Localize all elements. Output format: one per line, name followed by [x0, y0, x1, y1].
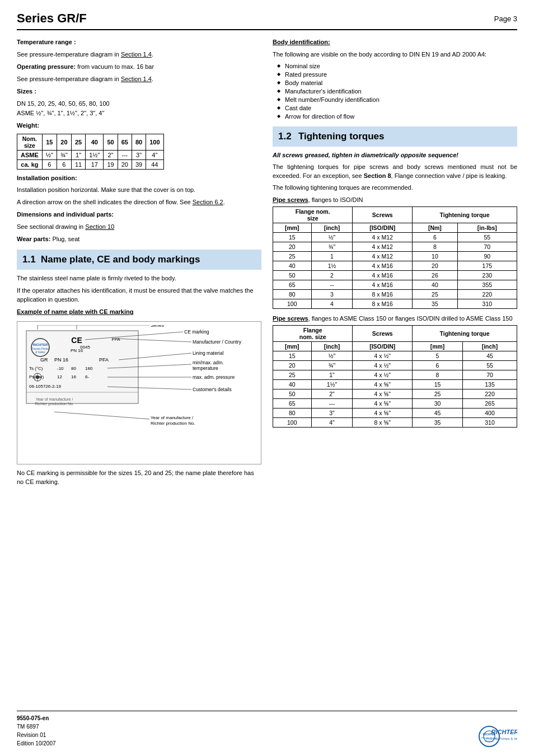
t1-cell-7-2: 8 x M16: [353, 299, 413, 308]
svg-text:max. adm. pressure: max. adm. pressure: [193, 374, 235, 380]
svg-text:06-105726-2-19: 06-105726-2-19: [29, 384, 61, 389]
weight-table: Nom.size 15 20 25 40 50 65 80 100 ASME ½…: [17, 134, 164, 170]
t1-cell-3-2: 4 x M16: [353, 261, 413, 270]
t2-cell-3-1: 1½": [311, 379, 353, 389]
t1-cell-1-3: 8: [413, 242, 458, 251]
dimensions-link[interactable]: Section 10: [85, 223, 114, 230]
wt-row2-6: 20: [118, 159, 132, 169]
t2-cell-4-2: 4 x ⅝": [353, 389, 413, 398]
nameplate-text1: The stainless steel name plate is firmly…: [17, 274, 261, 283]
t2-cell-2-0: 25: [273, 370, 312, 379]
op-pressure-text2: See pressure-temperature diagram in Sect…: [17, 75, 261, 84]
right-column: Body identification: The following are v…: [273, 38, 517, 490]
t2-cell-1-0: 20: [273, 360, 312, 370]
footer-right: RICHTER Process Pumps & Valves RICHTER P…: [478, 725, 517, 748]
t1-sh-nm: [Nm]: [413, 223, 458, 232]
sizes-asme: ASME ½", ¾", 1", 1½", 2", 3", 4": [17, 109, 261, 118]
wt-row2-label: ca. kg: [17, 159, 43, 169]
svg-text:PFA: PFA: [99, 357, 109, 363]
body-id-heading: Body identification:: [273, 38, 517, 47]
t2-cell-6-3: 45: [413, 408, 463, 417]
t2-h-flange: Flangenom. size: [273, 325, 353, 341]
section-1-1-title: 1.1 Name plate, CE and body markings: [22, 254, 256, 265]
temp-range-heading: Temperature range :: [17, 38, 261, 47]
table-row: 20¾"4 x ½"655: [273, 360, 517, 370]
svg-text:RICHTER: RICHTER: [33, 343, 48, 346]
body-id-item-2: Body material: [277, 79, 517, 86]
install-text1: Installation position horizontal. Make s…: [17, 186, 261, 195]
tighten-text1: The tightening torques for pipe screws a…: [273, 163, 517, 181]
t2-h-torque: Tightening torque: [413, 325, 517, 341]
dimensions-heading: Dimensions and individual parts:: [17, 210, 261, 219]
install-link[interactable]: Section 6.2: [193, 199, 223, 205]
install-heading: Installation position:: [17, 174, 261, 183]
t1-cell-3-1: 1½: [311, 261, 353, 270]
page: Series GR/F Page 3 Temperature range : S…: [0, 0, 534, 756]
t2-sh-mm2: [mm]: [413, 341, 463, 351]
svg-text:-10: -10: [57, 366, 64, 371]
t1-cell-5-2: 4 x M16: [353, 280, 413, 289]
t2-cell-0-2: 4 x ½": [353, 351, 413, 360]
section-1-2-header: 1.2 Tightening torques: [273, 126, 517, 147]
t2-cell-3-0: 40: [273, 379, 312, 389]
t1-h-flange: Flange nom.size: [273, 206, 353, 223]
wt-header-3: 25: [71, 134, 85, 150]
t1-cell-6-3: 25: [413, 289, 458, 299]
t2-cell-4-4: 220: [462, 389, 517, 398]
t2-cell-4-0: 50: [273, 389, 312, 398]
t2-cell-1-4: 55: [462, 360, 517, 370]
wt-row1-6: ---: [118, 150, 132, 159]
t2-cell-5-0: 65: [273, 398, 312, 408]
t1-cell-1-4: 70: [457, 242, 517, 251]
t1-cell-7-1: 4: [311, 299, 353, 308]
table-row: 5024 x M1626230: [273, 270, 517, 280]
svg-text:Richter production No.: Richter production No.: [35, 402, 74, 406]
t1-cell-4-0: 50: [273, 270, 312, 280]
t2-cell-0-3: 5: [413, 351, 463, 360]
svg-text:Customer's details: Customer's details: [193, 387, 232, 392]
body-id-intro: The following are visible on the body ac…: [273, 50, 517, 59]
t1-cell-5-1: --: [311, 280, 353, 289]
table-row: 502"4 x ⅝"25220: [273, 389, 517, 398]
svg-text:temperature: temperature: [193, 365, 218, 371]
t2-cell-1-3: 6: [413, 360, 463, 370]
t1-h-torque: Tightening torque: [413, 206, 517, 223]
t2-sh-mm: [mm]: [273, 341, 312, 351]
op-pressure-link[interactable]: Section 1.4: [121, 76, 152, 82]
t1-cell-0-4: 55: [457, 232, 517, 242]
table-row: 2514 x M121090: [273, 251, 517, 261]
t2-cell-2-1: 1": [311, 370, 353, 379]
t2-cell-5-1: ---: [311, 398, 353, 408]
svg-text:GR: GR: [40, 357, 48, 363]
svg-text:12: 12: [57, 374, 62, 379]
svg-text:Manufacturer / Country: Manufacturer / Country: [193, 339, 242, 345]
table-row: 15½"4 x ½"545: [273, 351, 517, 360]
t1-cell-1-2: 4 x M12: [353, 242, 413, 251]
svg-text:180: 180: [85, 366, 93, 371]
t1-cell-6-4: 220: [457, 289, 517, 299]
wt-row2-1: 6: [42, 159, 57, 169]
wt-row2-2: 6: [57, 159, 71, 169]
t2-cell-1-2: 4 x ½": [353, 360, 413, 370]
weight-heading: Weight:: [17, 121, 261, 130]
nameplate-diagram: RICHTER Process Pumps & Valves CE 0045 P…: [17, 321, 261, 464]
table-row: 1004"8 x ⅝"35310: [273, 417, 517, 427]
t1-cell-4-3: 26: [413, 270, 458, 280]
svg-text:Lining material: Lining material: [193, 350, 223, 356]
t2-cell-6-1: 3": [311, 408, 353, 417]
tighten-intro: All screws greased, tighten in diametric…: [273, 151, 517, 160]
t2-h-screws: Screws: [353, 325, 413, 341]
t1-cell-2-0: 25: [273, 251, 312, 261]
wt-row1-3: 1": [71, 150, 85, 159]
wt-row1-8: 4": [146, 150, 163, 159]
t2-cell-7-0: 100: [273, 417, 312, 427]
temp-range-link[interactable]: Section 1.4: [121, 51, 152, 58]
table-row: 8038 x M1625220: [273, 289, 517, 299]
t1-cell-2-2: 4 x M12: [353, 251, 413, 261]
richter-logo-icon: RICHTER Process Pumps & Valves RICHTER P…: [478, 725, 517, 748]
wt-header-1: 15: [42, 134, 57, 150]
t1-cell-5-3: 40: [413, 280, 458, 289]
pipe-screws-label-1: Pipe screws, flanges to ISO/DIN: [273, 196, 517, 205]
body-id-item-1: Rated pressure: [277, 71, 517, 78]
table-row: 15½"4 x M12655: [273, 232, 517, 242]
